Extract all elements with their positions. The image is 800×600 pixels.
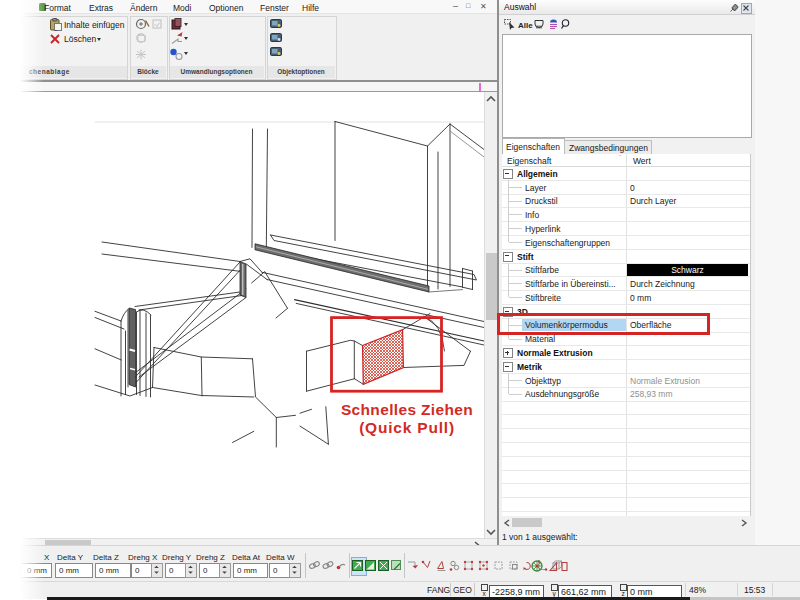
svg-text:Schnelles Ziehen: Schnelles Ziehen — [341, 401, 473, 418]
svg-text:Alle: Alle — [518, 21, 533, 30]
svg-text:(Quick Pull): (Quick Pull) — [359, 419, 455, 436]
